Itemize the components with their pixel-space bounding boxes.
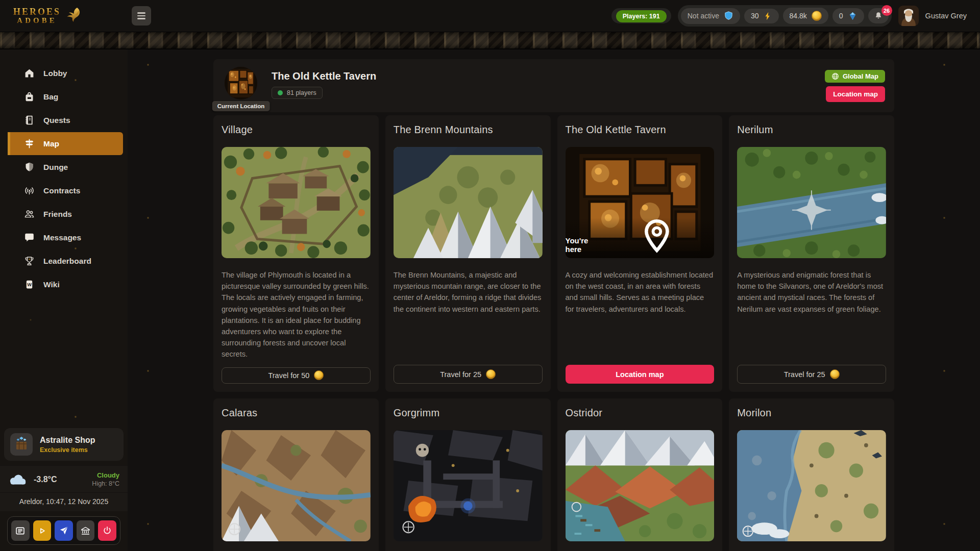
shop-subtitle: Exclusive items [40, 446, 95, 454]
online-dot-icon [278, 90, 283, 95]
status-pill[interactable]: Not active [681, 8, 740, 24]
locations-grid: Village The village of Phlymouth is loca… [213, 115, 894, 551]
sidebar-item-friends[interactable]: Friends [0, 203, 128, 226]
bank-button[interactable] [77, 520, 95, 541]
sidebar-item-map[interactable]: Map [8, 132, 123, 155]
sidebar-item-wiki[interactable]: W Wiki [0, 273, 128, 296]
map-icon [24, 138, 35, 149]
location-card-title: Morilon [737, 407, 886, 419]
sidebar-item-label: Leaderboard [43, 257, 91, 266]
location-map-image[interactable] [566, 430, 715, 541]
main-area: Current Location The Old Kettle Tavern 8… [128, 49, 980, 551]
sidebar-item-lobby[interactable]: Lobby [0, 62, 128, 85]
lobby-icon [24, 68, 35, 79]
current-location-thumb: Current Location [225, 67, 257, 99]
sidebar-item-messages[interactable]: Messages [0, 226, 128, 249]
sidebar-item-label: Friends [43, 210, 72, 219]
sidebar-bottom: Astralite Shop Exclusive items -3.8°C Cl… [0, 428, 128, 551]
sidebar-item-contracts[interactable]: Contracts [0, 179, 128, 202]
location-card-nerilum: Nerilum A mysterious and enigmatic fores… [729, 115, 894, 392]
gold-pill[interactable]: 84.8k [783, 8, 828, 24]
location-map-image[interactable] [222, 147, 371, 258]
location-thumbnail[interactable] [225, 67, 257, 99]
sidebar-item-quests[interactable]: Quests [0, 109, 128, 132]
location-card-description: A mysterious and enigmatic forest that i… [737, 269, 886, 315]
dunge-icon [24, 162, 35, 172]
shop-title: Astralite Shop [40, 435, 95, 445]
energy-pill[interactable]: 30 [744, 9, 779, 23]
wiki-icon: W [24, 279, 35, 290]
notifications-button[interactable]: 26 [868, 8, 889, 23]
crystal-pill[interactable]: 0 [832, 8, 864, 24]
weather-high: High: 8°C [92, 480, 119, 487]
location-card-village: Village The village of Phlymouth is loca… [213, 115, 379, 392]
bank-icon [80, 525, 91, 536]
location-card-title: The Brenn Mountains [394, 124, 543, 136]
friends-icon [24, 209, 35, 219]
sidebar-item-leaderboard[interactable]: Leaderboard [0, 249, 128, 272]
travel-button[interactable]: Travel for 25 [737, 365, 886, 384]
power-button[interactable] [98, 520, 116, 541]
sidebar-item-label: Quests [43, 116, 70, 125]
decorative-border [0, 32, 980, 49]
location-card-description: The Brenn Mountains, a majestic and myst… [394, 269, 543, 315]
location-map-image[interactable] [394, 147, 543, 258]
game-datetime: Areldor, 10:47, 12 Nov 2025 [0, 492, 128, 511]
travel-button[interactable]: Travel for 25 [394, 365, 543, 384]
coin-icon [314, 370, 324, 380]
svg-text:W: W [27, 282, 32, 287]
sidebar-item-label: Map [43, 139, 59, 148]
messages-icon [24, 232, 35, 243]
location-card-title: Nerilum [737, 124, 886, 136]
sidebar: Lobby Bag Quests Map Dunge Contracts Fri… [0, 49, 128, 551]
sidebar-item-label: Contracts [43, 186, 80, 195]
global-map-button[interactable]: Global Map [825, 70, 885, 83]
current-location-badge: Current Location [212, 101, 270, 111]
astralite-shop-widget[interactable]: Astralite Shop Exclusive items [4, 428, 124, 461]
shop-crate-icon [10, 433, 33, 456]
leaderboard-icon [24, 256, 35, 266]
news-icon [15, 525, 26, 536]
navigate-button[interactable] [55, 520, 73, 541]
location-card-calaras: Calaras A majestic city of wonders surro… [213, 398, 379, 551]
travel-button[interactable]: Travel for 50 [222, 367, 371, 384]
news-button[interactable] [11, 520, 30, 541]
avatar[interactable] [898, 6, 919, 26]
location-card-description: A cozy and welcoming establishment locat… [566, 269, 715, 315]
location-card-title: The Old Kettle Tavern [566, 124, 715, 136]
sidebar-item-dunge[interactable]: Dunge [0, 156, 128, 179]
location-map-image[interactable] [394, 430, 543, 541]
coin-icon [812, 11, 822, 21]
sidebar-item-bag[interactable]: Bag [0, 85, 128, 108]
top-header: HEROES ADOBE Players: 191 Not active [0, 0, 980, 32]
app-logo: HEROES ADOBE [13, 7, 83, 25]
play-button[interactable] [33, 520, 52, 541]
location-map-image[interactable] [222, 430, 371, 541]
menu-button[interactable] [132, 6, 151, 26]
location-card-title: Ostridor [566, 407, 715, 419]
sidebar-item-label: Wiki [43, 280, 60, 289]
sidebar-item-label: Messages [43, 233, 81, 242]
logo-line2: ADOBE [17, 17, 57, 25]
location-map-image[interactable]: You're here [566, 147, 715, 258]
weather-condition: Cloudy [92, 471, 119, 479]
location-map-image[interactable] [737, 147, 886, 258]
shield-icon [724, 11, 733, 21]
map-pin-icon [600, 218, 714, 254]
coin-icon [486, 369, 496, 379]
location-map-image[interactable] [737, 430, 886, 541]
quests-icon [24, 115, 35, 126]
cloud-icon [8, 473, 28, 486]
sidebar-item-label: Bag [43, 92, 58, 102]
sidebar-item-label: Lobby [43, 69, 67, 78]
location-map-button[interactable]: Location map [826, 86, 885, 102]
location-map-button[interactable]: Location map [566, 365, 715, 384]
location-card-tavern: The Old Kettle Tavern You're here A cozy… [557, 115, 723, 392]
bag-icon [24, 91, 35, 102]
notification-count-badge: 26 [881, 5, 892, 16]
location-header-card: Current Location The Old Kettle Tavern 8… [213, 59, 894, 112]
username[interactable]: Gustav Grey [925, 12, 967, 20]
location-card-ostridor: Ostridor A majestic city of the elves, l… [557, 398, 723, 551]
location-card-morilon: Morilon The largest trading harbor of Si… [729, 398, 894, 551]
page-title: The Old Kettle Tavern [272, 70, 376, 82]
